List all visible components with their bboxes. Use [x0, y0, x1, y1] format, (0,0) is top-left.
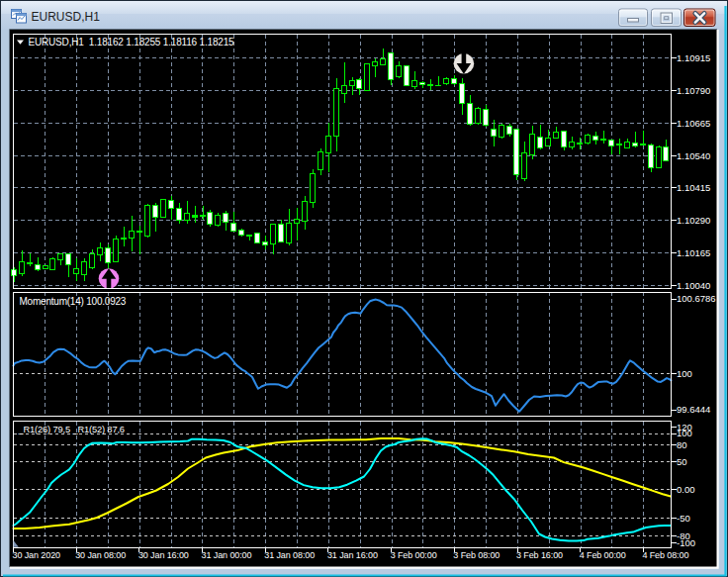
- svg-text:31 Jan 00:00: 31 Jan 00:00: [202, 550, 252, 560]
- svg-text:3 Feb 08:00: 3 Feb 08:00: [453, 550, 500, 560]
- svg-text:EURUSD,H1: EURUSD,H1: [32, 10, 101, 24]
- svg-text:-50: -50: [677, 513, 690, 524]
- svg-text:31 Jan 08:00: 31 Jan 08:00: [264, 550, 315, 560]
- svg-text:100: 100: [677, 428, 692, 438]
- svg-text:Momentum(14) 100.0923: Momentum(14) 100.0923: [20, 296, 127, 307]
- svg-text:30 Jan 08:00: 30 Jan 08:00: [75, 550, 126, 560]
- svg-text:99.6444: 99.6444: [677, 404, 710, 415]
- svg-text:EURUSD,H1 1.18162 1.18255 1.1: EURUSD,H1 1.18162 1.18255 1.18116 1.1821…: [29, 37, 235, 48]
- svg-text:31 Jan 16:00: 31 Jan 16:00: [327, 550, 378, 560]
- svg-text:_R1(26) 79,5 _R1(52) 87,6: _R1(26) 79,5 _R1(52) 87,6: [18, 425, 125, 434]
- svg-text:0.00: 0.00: [677, 484, 695, 495]
- svg-text:1.10540: 1.10540: [677, 150, 710, 161]
- svg-text:80: 80: [677, 439, 687, 450]
- svg-text:4 Feb 08:00: 4 Feb 08:00: [642, 550, 688, 560]
- svg-text:1.10165: 1.10165: [677, 247, 710, 258]
- svg-text:1.10665: 1.10665: [677, 118, 710, 129]
- svg-text:4 Feb 00:00: 4 Feb 00:00: [580, 550, 626, 560]
- svg-text:3 Feb 00:00: 3 Feb 00:00: [391, 550, 437, 560]
- svg-text:-100: -100: [677, 537, 695, 548]
- svg-text:100: 100: [677, 368, 692, 379]
- svg-text:1.10790: 1.10790: [677, 85, 710, 96]
- svg-text:100.6786: 100.6786: [677, 293, 716, 304]
- svg-text:30 Jan 2020: 30 Jan 2020: [13, 550, 61, 560]
- svg-text:1.10040: 1.10040: [677, 280, 710, 291]
- svg-text:3 Feb 16:00: 3 Feb 16:00: [516, 550, 563, 560]
- svg-text:50: 50: [677, 456, 687, 467]
- svg-text:30 Jan 16:00: 30 Jan 16:00: [138, 550, 189, 560]
- svg-text:1.10915: 1.10915: [677, 52, 710, 63]
- svg-text:1.10290: 1.10290: [677, 215, 710, 226]
- svg-text:1.10415: 1.10415: [677, 182, 710, 193]
